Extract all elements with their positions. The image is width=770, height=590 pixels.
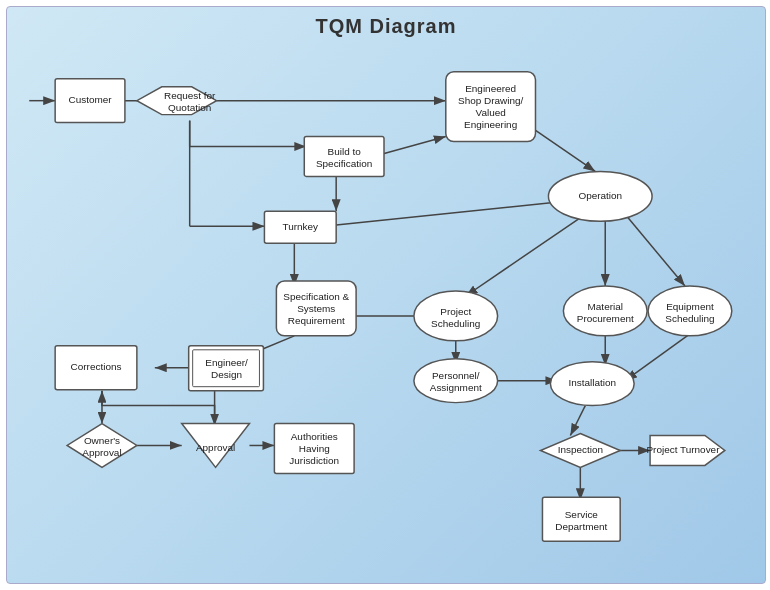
svg-text:Turnkey: Turnkey	[283, 221, 319, 232]
svg-text:Engineering: Engineering	[464, 119, 517, 130]
svg-text:Engineered: Engineered	[465, 83, 516, 94]
svg-text:Department: Department	[555, 521, 607, 532]
svg-text:Installation: Installation	[568, 377, 616, 388]
diagram-container: TQM Diagram	[6, 6, 766, 584]
svg-text:Approval: Approval	[196, 442, 235, 453]
svg-text:Engineer/: Engineer/	[205, 357, 248, 368]
svg-line-22	[570, 406, 585, 436]
svg-text:Shop Drawing/: Shop Drawing/	[458, 95, 524, 106]
svg-text:Specification: Specification	[316, 158, 372, 169]
svg-line-11	[324, 201, 565, 226]
svg-text:Build to: Build to	[328, 146, 362, 157]
svg-text:Jurisdiction: Jurisdiction	[289, 455, 339, 466]
svg-text:Service: Service	[565, 509, 599, 520]
svg-text:Project: Project	[440, 306, 471, 317]
svg-text:Inspection: Inspection	[558, 444, 603, 455]
svg-text:Design: Design	[211, 369, 242, 380]
customer-label: Customer	[68, 94, 112, 105]
svg-text:Having: Having	[299, 443, 330, 454]
svg-text:Requirement: Requirement	[288, 315, 345, 326]
svg-text:Authorities: Authorities	[291, 431, 338, 442]
rfq-label: Request for	[164, 90, 216, 101]
svg-text:Scheduling: Scheduling	[665, 313, 714, 324]
svg-text:Owner's: Owner's	[84, 435, 120, 446]
svg-text:Systems: Systems	[297, 303, 335, 314]
svg-line-20	[625, 334, 690, 381]
rfq-label2: Quotation	[168, 102, 211, 113]
svg-line-16	[625, 214, 685, 286]
svg-text:Assignment: Assignment	[430, 382, 482, 393]
svg-text:Scheduling: Scheduling	[431, 318, 480, 329]
svg-line-14	[466, 214, 586, 296]
svg-text:Equipment: Equipment	[666, 301, 714, 312]
svg-text:Approval: Approval	[82, 447, 121, 458]
corrections-label: Corrections	[71, 361, 122, 372]
svg-text:Project Turnover: Project Turnover	[646, 444, 720, 455]
svg-text:Procurement: Procurement	[577, 313, 634, 324]
svg-text:Specification &: Specification &	[283, 291, 349, 302]
svg-text:Valued: Valued	[476, 107, 506, 118]
svg-text:Personnel/: Personnel/	[432, 370, 480, 381]
svg-text:Operation: Operation	[578, 190, 622, 201]
svg-text:Material: Material	[588, 301, 623, 312]
